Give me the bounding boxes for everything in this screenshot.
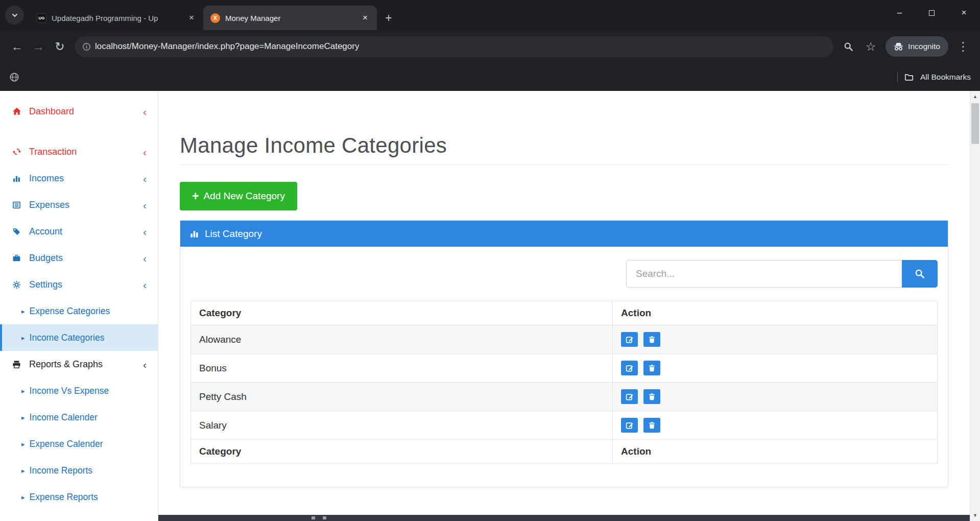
- page-scrollbar[interactable]: ▲ ▼: [970, 91, 980, 521]
- sidebar-item-label: Income Categories: [30, 333, 105, 343]
- sidebar-item-budgets[interactable]: Budgets ‹: [0, 245, 158, 271]
- browser-tab-strip: UG Updategadh Programming - Up × X Money…: [0, 0, 980, 30]
- delete-button[interactable]: [643, 418, 660, 433]
- chevron-left-icon: ‹: [143, 147, 147, 157]
- action-cell: [613, 411, 938, 440]
- new-tab-button[interactable]: +: [380, 9, 397, 27]
- sidebar-item-transaction[interactable]: Transaction ‹: [0, 138, 158, 165]
- edit-icon: [626, 421, 634, 430]
- scrollbar-thumb[interactable]: [971, 103, 979, 144]
- title-divider: [180, 164, 948, 165]
- sidebar-item-label: Dashboard: [29, 106, 74, 117]
- delete-button[interactable]: [643, 332, 660, 347]
- caret-right-icon: ▸: [21, 493, 25, 501]
- scroll-down-button[interactable]: ▼: [970, 510, 980, 521]
- sidebar-item-incomes[interactable]: Incomes ‹: [0, 165, 158, 192]
- chevron-left-icon: ‹: [143, 173, 147, 184]
- category-cell: Salary: [191, 411, 613, 440]
- sidebar-item-income-reports[interactable]: ▸ Income Reports: [0, 457, 158, 484]
- updategadh-favicon: UG: [37, 13, 46, 23]
- tab-close-icon[interactable]: ×: [186, 12, 197, 23]
- minimize-button[interactable]: –: [883, 0, 916, 26]
- delete-button[interactable]: [643, 389, 660, 404]
- sidebar-item-account[interactable]: Account ‹: [0, 218, 158, 245]
- trash-icon: [648, 364, 656, 372]
- menu-icon[interactable]: ⋮: [952, 36, 974, 57]
- page-content: Dashboard ‹ Transaction ‹ Incomes ‹ Expe…: [0, 91, 980, 521]
- site-info-icon[interactable]: [78, 38, 95, 55]
- tab-close-icon[interactable]: ×: [360, 12, 371, 23]
- home-icon: [12, 107, 25, 116]
- sidebar-item-income-calender[interactable]: ▸ Income Calender: [0, 404, 158, 431]
- back-button[interactable]: ←: [6, 36, 28, 57]
- main-area: Manage Income Categories + Add New Categ…: [158, 91, 970, 521]
- incognito-badge: Incognito: [886, 36, 948, 57]
- toolbar-right-cluster: ☆ Incognito ⋮: [838, 36, 974, 57]
- card-title: List Category: [205, 228, 262, 240]
- close-window-button[interactable]: ×: [948, 0, 980, 26]
- bookmarks-divider: [897, 72, 898, 82]
- sidebar-item-label: Incomes: [29, 173, 64, 184]
- forward-button[interactable]: →: [28, 36, 49, 57]
- caret-right-icon: ▸: [21, 334, 25, 342]
- printer-icon: [12, 360, 25, 369]
- action-cell: [613, 325, 938, 354]
- tab-updategadh[interactable]: UG Updategadh Programming - Up ×: [30, 6, 203, 30]
- footer-dot: [323, 516, 326, 519]
- bookmark-star-icon[interactable]: ☆: [860, 36, 881, 57]
- search-button[interactable]: [902, 260, 938, 288]
- tab-search-button[interactable]: [5, 6, 24, 25]
- trash-icon: [648, 336, 656, 343]
- maximize-button[interactable]: [916, 0, 948, 26]
- search-icon: [915, 269, 925, 279]
- address-bar[interactable]: localhost/Money-Manager/index.php?page=M…: [75, 36, 833, 57]
- sidebar-item-income-categories[interactable]: ▸ Income Categories: [0, 324, 158, 351]
- add-new-category-button[interactable]: + Add New Category: [180, 182, 297, 210]
- edit-icon: [626, 393, 634, 401]
- plus-icon: +: [192, 191, 199, 202]
- add-button-label: Add New Category: [203, 191, 284, 202]
- edit-button[interactable]: [621, 389, 638, 404]
- sidebar-item-expense-categories[interactable]: ▸ Expense Categories: [0, 298, 158, 324]
- search-row: [190, 260, 938, 288]
- sidebar-item-label: Transaction: [29, 147, 77, 157]
- edit-icon: [626, 336, 634, 344]
- table-row: Alowance: [191, 325, 938, 354]
- caret-right-icon: ▸: [21, 307, 25, 315]
- edit-button[interactable]: [621, 418, 638, 433]
- reload-button[interactable]: ↻: [49, 36, 70, 57]
- sidebar-item-label: Expense Reports: [30, 492, 98, 503]
- zoom-icon[interactable]: [838, 36, 859, 57]
- scroll-up-button[interactable]: ▲: [970, 91, 980, 102]
- bar-chart-icon: [12, 174, 25, 183]
- edit-button[interactable]: [621, 332, 638, 347]
- sidebar-item-dashboard[interactable]: Dashboard ‹: [0, 98, 158, 125]
- all-bookmarks-label[interactable]: All Bookmarks: [920, 73, 971, 82]
- trash-icon: [648, 421, 656, 429]
- globe-bookmark-icon[interactable]: [9, 72, 19, 82]
- sidebar-item-label: Expenses: [29, 200, 69, 210]
- search-input[interactable]: [626, 260, 902, 288]
- caret-right-icon: ▸: [21, 387, 25, 395]
- page-title: Manage Income Categories: [180, 133, 948, 158]
- sidebar-item-expense-calender[interactable]: ▸ Expense Calender: [0, 431, 158, 457]
- sidebar-item-label: Income Vs Expense: [30, 386, 109, 396]
- category-cell: Alowance: [191, 325, 613, 354]
- caret-right-icon: ▸: [21, 467, 25, 475]
- sidebar-item-expenses[interactable]: Expenses ‹: [0, 192, 158, 218]
- edit-button[interactable]: [621, 361, 638, 375]
- sidebar-item-settings[interactable]: Settings ‹: [0, 271, 158, 298]
- url-text[interactable]: localhost/Money-Manager/index.php?page=M…: [95, 41, 359, 52]
- list-category-card: List Category Category Action: [180, 220, 948, 487]
- table-row: Salary: [191, 411, 938, 440]
- sidebar-item-income-vs-expense[interactable]: ▸ Income Vs Expense: [0, 377, 158, 404]
- sidebar-item-expense-reports[interactable]: ▸ Expense Reports: [0, 484, 158, 510]
- browser-toolbar: ← → ↻ localhost/Money-Manager/index.php?…: [0, 30, 980, 63]
- list-icon: [12, 201, 25, 209]
- tab-money-manager[interactable]: X Money Manager ×: [203, 6, 377, 30]
- page-footer-strip: [158, 515, 970, 521]
- category-cell: Bonus: [191, 354, 613, 383]
- sidebar-item-label: Income Reports: [30, 465, 93, 476]
- delete-button[interactable]: [643, 361, 660, 375]
- sidebar-item-reports-graphs[interactable]: Reports & Graphs ‹: [0, 351, 158, 377]
